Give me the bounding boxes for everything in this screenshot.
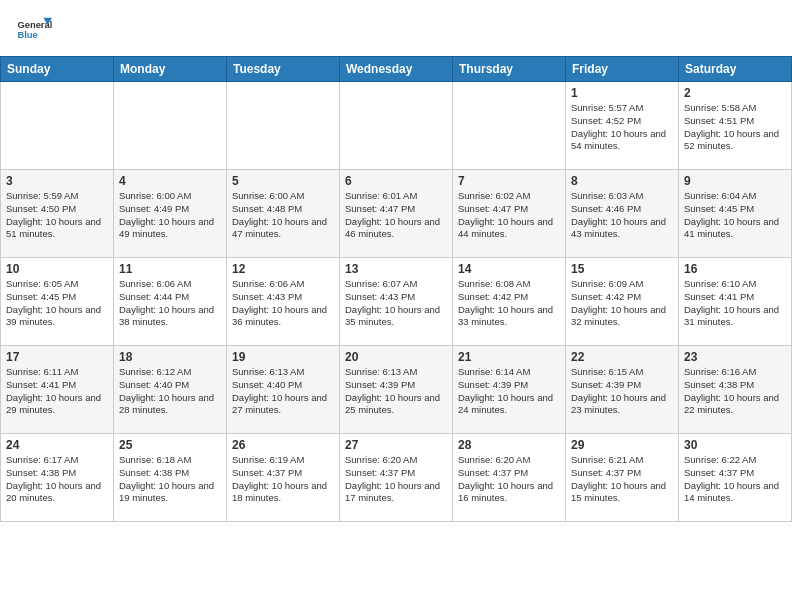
day-info: Sunrise: 6:16 AM Sunset: 4:38 PM Dayligh… [684, 366, 786, 417]
day-number: 6 [345, 174, 447, 188]
day-number: 4 [119, 174, 221, 188]
weekday-header-wednesday: Wednesday [340, 57, 453, 82]
calendar-cell: 30Sunrise: 6:22 AM Sunset: 4:37 PM Dayli… [679, 434, 792, 522]
calendar-cell: 6Sunrise: 6:01 AM Sunset: 4:47 PM Daylig… [340, 170, 453, 258]
day-info: Sunrise: 6:01 AM Sunset: 4:47 PM Dayligh… [345, 190, 447, 241]
day-info: Sunrise: 6:13 AM Sunset: 4:39 PM Dayligh… [345, 366, 447, 417]
day-number: 26 [232, 438, 334, 452]
day-info: Sunrise: 6:06 AM Sunset: 4:43 PM Dayligh… [232, 278, 334, 329]
day-number: 3 [6, 174, 108, 188]
calendar-cell: 2Sunrise: 5:58 AM Sunset: 4:51 PM Daylig… [679, 82, 792, 170]
calendar-header: SundayMondayTuesdayWednesdayThursdayFrid… [1, 57, 792, 82]
day-number: 17 [6, 350, 108, 364]
calendar-cell: 19Sunrise: 6:13 AM Sunset: 4:40 PM Dayli… [227, 346, 340, 434]
day-info: Sunrise: 6:05 AM Sunset: 4:45 PM Dayligh… [6, 278, 108, 329]
week-row-3: 10Sunrise: 6:05 AM Sunset: 4:45 PM Dayli… [1, 258, 792, 346]
day-info: Sunrise: 6:21 AM Sunset: 4:37 PM Dayligh… [571, 454, 673, 505]
day-number: 20 [345, 350, 447, 364]
calendar-cell [1, 82, 114, 170]
day-number: 16 [684, 262, 786, 276]
calendar-cell [340, 82, 453, 170]
day-number: 12 [232, 262, 334, 276]
day-info: Sunrise: 5:57 AM Sunset: 4:52 PM Dayligh… [571, 102, 673, 153]
day-info: Sunrise: 6:12 AM Sunset: 4:40 PM Dayligh… [119, 366, 221, 417]
day-number: 13 [345, 262, 447, 276]
calendar-cell: 9Sunrise: 6:04 AM Sunset: 4:45 PM Daylig… [679, 170, 792, 258]
calendar-cell: 25Sunrise: 6:18 AM Sunset: 4:38 PM Dayli… [114, 434, 227, 522]
day-number: 22 [571, 350, 673, 364]
day-number: 8 [571, 174, 673, 188]
day-number: 9 [684, 174, 786, 188]
day-info: Sunrise: 6:13 AM Sunset: 4:40 PM Dayligh… [232, 366, 334, 417]
header: General Blue [0, 0, 792, 56]
day-info: Sunrise: 6:00 AM Sunset: 4:49 PM Dayligh… [119, 190, 221, 241]
calendar-cell: 14Sunrise: 6:08 AM Sunset: 4:42 PM Dayli… [453, 258, 566, 346]
day-number: 2 [684, 86, 786, 100]
day-number: 23 [684, 350, 786, 364]
day-info: Sunrise: 6:10 AM Sunset: 4:41 PM Dayligh… [684, 278, 786, 329]
day-info: Sunrise: 5:58 AM Sunset: 4:51 PM Dayligh… [684, 102, 786, 153]
day-number: 28 [458, 438, 560, 452]
calendar-cell: 24Sunrise: 6:17 AM Sunset: 4:38 PM Dayli… [1, 434, 114, 522]
calendar-cell: 20Sunrise: 6:13 AM Sunset: 4:39 PM Dayli… [340, 346, 453, 434]
day-info: Sunrise: 5:59 AM Sunset: 4:50 PM Dayligh… [6, 190, 108, 241]
day-info: Sunrise: 6:06 AM Sunset: 4:44 PM Dayligh… [119, 278, 221, 329]
week-row-5: 24Sunrise: 6:17 AM Sunset: 4:38 PM Dayli… [1, 434, 792, 522]
day-number: 1 [571, 86, 673, 100]
day-info: Sunrise: 6:14 AM Sunset: 4:39 PM Dayligh… [458, 366, 560, 417]
day-number: 30 [684, 438, 786, 452]
day-info: Sunrise: 6:02 AM Sunset: 4:47 PM Dayligh… [458, 190, 560, 241]
day-number: 18 [119, 350, 221, 364]
day-number: 24 [6, 438, 108, 452]
day-number: 21 [458, 350, 560, 364]
calendar-cell: 12Sunrise: 6:06 AM Sunset: 4:43 PM Dayli… [227, 258, 340, 346]
weekday-header-tuesday: Tuesday [227, 57, 340, 82]
calendar-cell: 26Sunrise: 6:19 AM Sunset: 4:37 PM Dayli… [227, 434, 340, 522]
day-info: Sunrise: 6:18 AM Sunset: 4:38 PM Dayligh… [119, 454, 221, 505]
calendar-cell: 18Sunrise: 6:12 AM Sunset: 4:40 PM Dayli… [114, 346, 227, 434]
day-info: Sunrise: 6:08 AM Sunset: 4:42 PM Dayligh… [458, 278, 560, 329]
calendar-cell: 10Sunrise: 6:05 AM Sunset: 4:45 PM Dayli… [1, 258, 114, 346]
calendar-cell [453, 82, 566, 170]
logo: General Blue [16, 12, 52, 48]
calendar: SundayMondayTuesdayWednesdayThursdayFrid… [0, 56, 792, 522]
calendar-cell: 11Sunrise: 6:06 AM Sunset: 4:44 PM Dayli… [114, 258, 227, 346]
calendar-cell: 8Sunrise: 6:03 AM Sunset: 4:46 PM Daylig… [566, 170, 679, 258]
day-number: 7 [458, 174, 560, 188]
week-row-2: 3Sunrise: 5:59 AM Sunset: 4:50 PM Daylig… [1, 170, 792, 258]
day-number: 25 [119, 438, 221, 452]
day-info: Sunrise: 6:17 AM Sunset: 4:38 PM Dayligh… [6, 454, 108, 505]
day-number: 19 [232, 350, 334, 364]
day-number: 27 [345, 438, 447, 452]
weekday-header-saturday: Saturday [679, 57, 792, 82]
calendar-body: 1Sunrise: 5:57 AM Sunset: 4:52 PM Daylig… [1, 82, 792, 522]
calendar-cell: 1Sunrise: 5:57 AM Sunset: 4:52 PM Daylig… [566, 82, 679, 170]
calendar-cell: 3Sunrise: 5:59 AM Sunset: 4:50 PM Daylig… [1, 170, 114, 258]
day-info: Sunrise: 6:20 AM Sunset: 4:37 PM Dayligh… [345, 454, 447, 505]
day-info: Sunrise: 6:20 AM Sunset: 4:37 PM Dayligh… [458, 454, 560, 505]
weekday-header-sunday: Sunday [1, 57, 114, 82]
calendar-cell: 29Sunrise: 6:21 AM Sunset: 4:37 PM Dayli… [566, 434, 679, 522]
day-info: Sunrise: 6:15 AM Sunset: 4:39 PM Dayligh… [571, 366, 673, 417]
day-info: Sunrise: 6:22 AM Sunset: 4:37 PM Dayligh… [684, 454, 786, 505]
week-row-1: 1Sunrise: 5:57 AM Sunset: 4:52 PM Daylig… [1, 82, 792, 170]
calendar-cell: 16Sunrise: 6:10 AM Sunset: 4:41 PM Dayli… [679, 258, 792, 346]
day-number: 11 [119, 262, 221, 276]
calendar-cell: 27Sunrise: 6:20 AM Sunset: 4:37 PM Dayli… [340, 434, 453, 522]
weekday-header-friday: Friday [566, 57, 679, 82]
svg-text:Blue: Blue [17, 30, 37, 40]
calendar-cell: 23Sunrise: 6:16 AM Sunset: 4:38 PM Dayli… [679, 346, 792, 434]
calendar-cell: 5Sunrise: 6:00 AM Sunset: 4:48 PM Daylig… [227, 170, 340, 258]
weekday-header-thursday: Thursday [453, 57, 566, 82]
calendar-cell: 7Sunrise: 6:02 AM Sunset: 4:47 PM Daylig… [453, 170, 566, 258]
day-info: Sunrise: 6:07 AM Sunset: 4:43 PM Dayligh… [345, 278, 447, 329]
calendar-cell: 13Sunrise: 6:07 AM Sunset: 4:43 PM Dayli… [340, 258, 453, 346]
calendar-cell: 21Sunrise: 6:14 AM Sunset: 4:39 PM Dayli… [453, 346, 566, 434]
weekday-row: SundayMondayTuesdayWednesdayThursdayFrid… [1, 57, 792, 82]
calendar-cell [114, 82, 227, 170]
day-number: 15 [571, 262, 673, 276]
calendar-cell [227, 82, 340, 170]
calendar-cell: 28Sunrise: 6:20 AM Sunset: 4:37 PM Dayli… [453, 434, 566, 522]
day-info: Sunrise: 6:04 AM Sunset: 4:45 PM Dayligh… [684, 190, 786, 241]
weekday-header-monday: Monday [114, 57, 227, 82]
